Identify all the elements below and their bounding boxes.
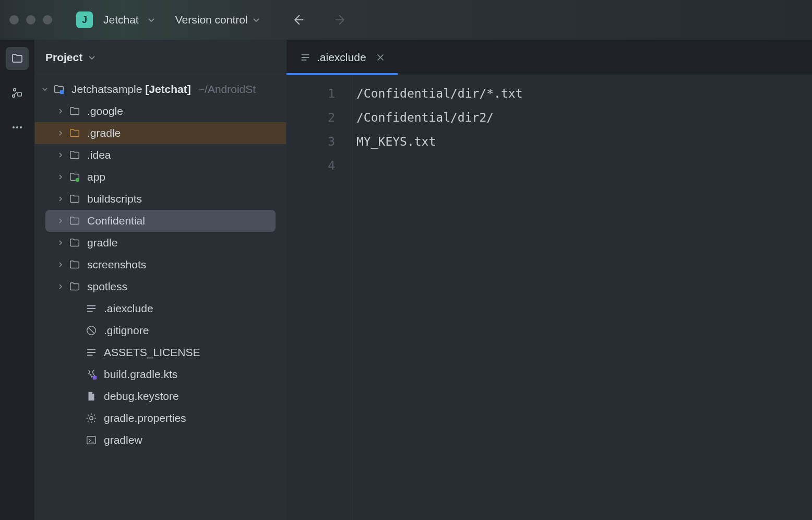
tree-item-label: .gradle: [87, 127, 121, 139]
tree-root-label: Jetchatsample [Jetchat]: [71, 83, 191, 96]
chevron-right-icon[interactable]: [56, 173, 65, 181]
line-number: 2: [286, 105, 335, 129]
tree-item-label: .aiexclude: [104, 302, 153, 315]
svg-point-5: [20, 126, 22, 128]
svg-rect-11: [87, 436, 96, 444]
tree-item-gradle-properties[interactable]: gradle.properties: [35, 407, 286, 429]
svg-point-0: [14, 89, 16, 91]
tree-root[interactable]: Jetchatsample [Jetchat] ~/AndroidSt: [35, 78, 286, 100]
chevron-right-icon[interactable]: [56, 151, 65, 159]
tree-item--gradle[interactable]: .gradle: [35, 122, 286, 144]
chevron-right-icon[interactable]: [56, 195, 65, 203]
project-sidebar: Project Jetchatsample [Jetchat] ~/Androi…: [35, 40, 286, 520]
tab-name-label: .aiexclude: [317, 51, 366, 64]
project-tree[interactable]: Jetchatsample [Jetchat] ~/AndroidSt .goo…: [35, 75, 286, 451]
svg-rect-1: [18, 92, 21, 96]
svg-point-10: [90, 417, 93, 420]
ignorefile-icon: [85, 325, 98, 336]
folder-icon: [68, 237, 81, 249]
tree-item--aiexclude[interactable]: .aiexclude: [35, 298, 286, 320]
chevron-right-icon[interactable]: [56, 283, 65, 290]
folder-icon: [68, 127, 81, 139]
nav-forward-button[interactable]: [333, 13, 348, 27]
close-window-button[interactable]: [9, 15, 19, 25]
svg-rect-9: [93, 376, 97, 380]
textfile-icon: [85, 303, 98, 314]
project-icon: J: [76, 11, 93, 28]
code-line[interactable]: /Confidential/dir2/: [356, 105, 812, 129]
tree-item-build-gradle-kts[interactable]: build.gradle.kts: [35, 363, 286, 385]
chevron-down-icon[interactable]: [88, 53, 96, 62]
project-name-label: Jetchat: [103, 14, 139, 26]
file-icon: [85, 391, 98, 402]
tree-root-path: ~/AndroidSt: [198, 83, 256, 96]
editor-tabs: .aiexclude: [286, 40, 812, 75]
chevron-right-icon[interactable]: [56, 217, 65, 224]
chevron-right-icon[interactable]: [56, 239, 65, 246]
tree-item--google[interactable]: .google: [35, 100, 286, 122]
tree-item-label: build.gradle.kts: [104, 368, 177, 381]
tree-item-app[interactable]: app: [35, 166, 286, 188]
tree-item-label: spotless: [87, 280, 127, 293]
tree-item-label: gradle: [87, 237, 117, 249]
minimize-window-button[interactable]: [26, 15, 35, 25]
vcs-dropdown[interactable]: Version control: [175, 14, 260, 26]
tree-item-debug-keystore[interactable]: debug.keystore: [35, 385, 286, 407]
editor-content[interactable]: /Confidential/dir/*.txt/Confidential/dir…: [351, 75, 812, 520]
chevron-down-icon: [147, 16, 156, 24]
tree-item-gradle[interactable]: gradle: [35, 232, 286, 254]
line-number: 1: [286, 81, 335, 105]
tree-item-label: ASSETS_LICENSE: [104, 346, 200, 359]
tree-item-gradlew[interactable]: gradlew: [35, 429, 286, 451]
tree-item-label: Confidential: [87, 215, 145, 227]
tree-item-label: gradlew: [104, 434, 142, 446]
line-number: 3: [286, 129, 335, 153]
tree-item-screenshots[interactable]: screenshots: [35, 254, 286, 276]
window-controls: [9, 15, 52, 25]
tree-item-buildscripts[interactable]: buildscripts: [35, 188, 286, 210]
structure-tool-button[interactable]: [6, 81, 29, 104]
shellfile-icon: [85, 434, 98, 446]
tree-item-confidential[interactable]: Confidential: [45, 210, 276, 232]
folder-icon: [68, 259, 81, 270]
code-line[interactable]: MY_KEYS.txt: [356, 129, 812, 153]
more-tools-button[interactable]: [6, 116, 29, 139]
tree-item--idea[interactable]: .idea: [35, 144, 286, 166]
tree-item-label: app: [87, 171, 105, 183]
sidebar-header: Project: [35, 40, 286, 75]
close-tab-icon[interactable]: [377, 54, 384, 61]
nav-back-button[interactable]: [291, 13, 305, 27]
folder-icon: [68, 281, 81, 292]
editor-tab-aiexclude[interactable]: .aiexclude: [286, 40, 398, 75]
chevron-right-icon[interactable]: [56, 108, 65, 115]
svg-point-3: [13, 126, 15, 128]
chevron-down-icon[interactable]: [40, 86, 50, 93]
ktsfile-icon: [85, 369, 98, 380]
project-dropdown[interactable]: Jetchat: [103, 14, 139, 26]
folder-icon: [68, 105, 81, 117]
maximize-window-button[interactable]: [43, 15, 52, 25]
tool-rail: [0, 40, 35, 520]
tree-item-spotless[interactable]: spotless: [35, 276, 286, 298]
code-editor[interactable]: 1234 /Confidential/dir/*.txt/Confidentia…: [286, 75, 812, 520]
code-line[interactable]: /Confidential/dir/*.txt: [356, 81, 812, 105]
chevron-down-icon: [252, 16, 260, 24]
svg-point-4: [16, 126, 18, 128]
folder-icon: [68, 215, 81, 227]
tree-item-label: .idea: [87, 149, 111, 161]
tree-item-assets-license[interactable]: ASSETS_LICENSE: [35, 341, 286, 363]
tree-item--gitignore[interactable]: .gitignore: [35, 320, 286, 341]
folder-icon: [68, 193, 81, 205]
project-tool-button[interactable]: [6, 47, 29, 70]
tree-item-label: .gitignore: [104, 324, 149, 337]
chevron-right-icon[interactable]: [56, 129, 65, 137]
line-number: 4: [286, 153, 335, 178]
editor-area: .aiexclude 1234 /Confidential/dir/*.txt/…: [286, 40, 812, 520]
textfile-icon: [85, 347, 98, 358]
chevron-right-icon[interactable]: [56, 261, 65, 268]
editor-gutter: 1234: [286, 75, 351, 520]
sidebar-title: Project: [45, 51, 82, 64]
tree-item-label: .google: [87, 105, 123, 117]
vcs-label: Version control: [175, 14, 248, 26]
tree-item-label: debug.keystore: [104, 390, 179, 403]
